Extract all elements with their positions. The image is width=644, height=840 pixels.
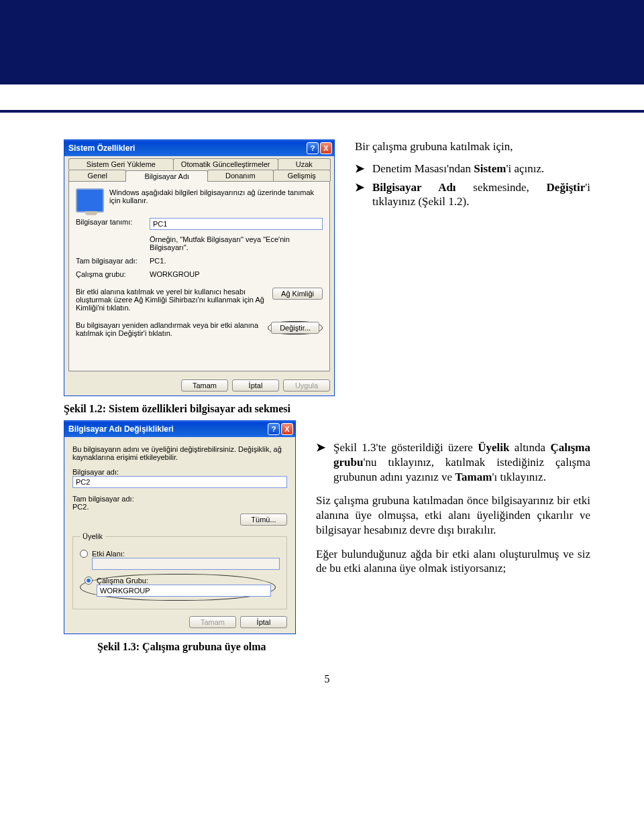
page-content: Sistem Özellikleri ? X Sistem Geri Yükle… xyxy=(0,113,644,699)
intro-text: Windows aşağıdaki bilgileri bilgisayarın… xyxy=(109,188,323,213)
change-text: Bu bilgisayarı yeniden adlandırmak veya … xyxy=(76,321,262,337)
close-icon[interactable]: X xyxy=(281,423,293,435)
bullet-1: Denetim Masası'ndan Sistem'i açınız. xyxy=(372,162,590,176)
workgroup-value: WORKGROUP xyxy=(150,270,323,278)
paragraph-1: Siz çalışma grubuna katılmadan önce bilg… xyxy=(316,493,590,537)
figure-caption-1: Şekil 1.2: Sistem özellikleri bilgisayar… xyxy=(64,403,590,415)
help-button-icon[interactable]: ? xyxy=(307,142,319,154)
system-properties-window: Sistem Özellikleri ? X Sistem Geri Yükle… xyxy=(64,139,335,396)
close-icon[interactable]: X xyxy=(320,142,332,154)
page-number: 5 xyxy=(64,673,590,685)
full-name-value: PC2. xyxy=(72,503,287,511)
instructions-right: ➤ Şekil 1.3'te gösterildiği üzere Üyelik… xyxy=(316,420,590,585)
membership-fieldset: Üyelik Etki Alanı: Çalışma Grubu: xyxy=(72,532,287,609)
titlebar: Bilgisayar Adı Değişiklikleri ? X xyxy=(64,421,295,437)
cancel-button[interactable]: İptal xyxy=(232,379,279,392)
cancel-button[interactable]: İptal xyxy=(240,616,287,628)
desc-example: Örneğin, "Mutfak Bilgisayarı" veya "Ece'… xyxy=(150,235,323,251)
more-button[interactable]: Tümü... xyxy=(240,514,287,526)
domain-input[interactable] xyxy=(92,558,280,570)
intro-line: Bir çalışma grubuna katılmak için, xyxy=(355,139,590,154)
tabs-top-row: Sistem Geri Yükleme Otomatik Güncelleşti… xyxy=(64,156,334,170)
network-id-button[interactable]: Ağ Kimliği xyxy=(272,288,323,300)
tab-advanced[interactable]: Gelişmiş xyxy=(273,170,331,181)
workgroup-label: Çalışma grubu: xyxy=(76,270,150,278)
membership-legend: Üyelik xyxy=(80,532,105,540)
computer-name-label: Bilgisayar adı: xyxy=(72,468,287,476)
fullname-label: Tam bilgisayar adı: xyxy=(76,257,150,265)
tab-autoupdate[interactable]: Otomatik Güncelleştirmeler xyxy=(173,158,278,170)
apply-button[interactable]: Uygula xyxy=(283,379,330,392)
desc-label: Bilgisayar tanımı: xyxy=(76,218,150,230)
window-title: Bilgisayar Adı Değişiklikleri xyxy=(68,424,266,434)
highlight-oval: Çalışma Grubu: xyxy=(80,574,276,601)
help-button-icon[interactable]: ? xyxy=(268,423,280,435)
tab-hardware[interactable]: Donanım xyxy=(207,170,274,181)
paragraph-2: Eğer bulunduğunuz ağda bir etki alanı ol… xyxy=(316,547,590,577)
workgroup-radio[interactable] xyxy=(85,577,93,585)
bullet-arrow-icon: ➤ xyxy=(355,180,364,209)
tab-general[interactable]: Genel xyxy=(68,170,126,181)
bullet-3: Şekil 1.3'te gösterildiği üzere Üyelik a… xyxy=(333,440,590,484)
full-name-label: Tam bilgisayar adı: xyxy=(72,495,287,503)
header-band xyxy=(0,0,644,84)
titlebar: Sistem Özellikleri ? X xyxy=(64,140,334,156)
bullet-2: Bilgisayar Adı sekmesinde, Değiştir'i tı… xyxy=(372,180,590,209)
tabs-bottom-row: Genel Bilgisayar Adı Donanım Gelişmiş xyxy=(64,170,334,181)
computer-icon xyxy=(76,188,104,213)
workgroup-input[interactable] xyxy=(97,585,271,597)
fullname-value: PC1. xyxy=(150,257,323,265)
ok-button[interactable]: Tamam xyxy=(181,379,228,392)
netid-text: Bir etki alanına katılmak ve yerel bir k… xyxy=(76,288,267,312)
ok-button[interactable]: Tamam xyxy=(189,616,236,628)
tab-remote[interactable]: Uzak xyxy=(278,158,331,170)
intro-text: Bu bilgisayarın adını ve üyeliğini değiş… xyxy=(72,445,287,461)
tab-restore[interactable]: Sistem Geri Yükleme xyxy=(68,158,174,170)
dialog-body: Bu bilgisayarın adını ve üyeliğini değiş… xyxy=(64,437,295,634)
tab-computer-name[interactable]: Bilgisayar Adı xyxy=(125,170,208,182)
dialog-buttons: Tamam İptal Uygula xyxy=(64,375,334,396)
domain-radio[interactable] xyxy=(80,550,88,558)
bullet-arrow-icon: ➤ xyxy=(316,440,325,484)
domain-label: Etki Alanı: xyxy=(92,550,156,558)
computer-name-changes-window: Bilgisayar Adı Değişiklikleri ? X Bu bil… xyxy=(64,420,296,634)
change-button[interactable]: Değiştir... xyxy=(271,322,319,334)
instructions-top: Bir çalışma grubuna katılmak için, ➤ Den… xyxy=(355,139,590,214)
computer-name-input[interactable] xyxy=(72,476,287,488)
figure-caption-2: Şekil 1.3: Çalışma grubuna üye olma xyxy=(97,641,590,653)
bullet-arrow-icon: ➤ xyxy=(355,162,364,176)
window-title: Sistem Özellikleri xyxy=(68,143,305,153)
workgroup-radio-label: Çalışma Grubu: xyxy=(97,577,160,585)
computer-desc-input[interactable] xyxy=(150,218,323,230)
tab-panel: Windows aşağıdaki bilgileri bilgisayarın… xyxy=(68,181,330,371)
highlight-oval: Değiştir... xyxy=(268,321,323,335)
